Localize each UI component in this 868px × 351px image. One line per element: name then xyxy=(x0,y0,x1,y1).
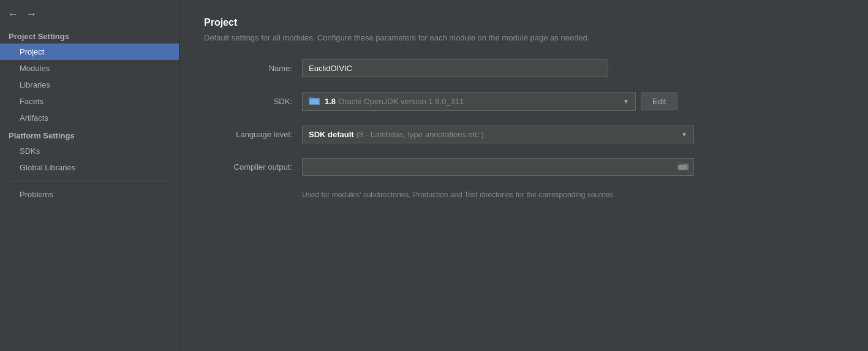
sidebar-item-label: Global Libraries xyxy=(20,163,75,172)
sidebar-item-label: SDKs xyxy=(20,146,40,156)
sidebar-divider xyxy=(9,181,170,181)
sidebar-item-label: Libraries xyxy=(20,80,50,89)
sidebar: ← → Project Settings Project Modules Lib… xyxy=(0,0,179,351)
sdk-version: 1.8 xyxy=(325,97,336,106)
compiler-row: Compiler output: xyxy=(204,158,843,176)
nav-arrows: ← → xyxy=(0,5,179,27)
page-description: Default settings for all modules. Config… xyxy=(204,33,843,42)
language-dropdown[interactable]: SDK default (8 - Lambdas, type annotatio… xyxy=(302,126,694,143)
sidebar-item-label: Artifacts xyxy=(20,113,48,123)
sidebar-item-problems[interactable]: Problems xyxy=(0,186,179,203)
main-content: Project Default settings for all modules… xyxy=(179,0,868,351)
language-control-wrap: SDK default (8 - Lambdas, type annotatio… xyxy=(302,126,843,143)
sidebar-item-facets[interactable]: Facets xyxy=(0,93,179,110)
language-row: Language level: SDK default (8 - Lambdas… xyxy=(204,126,843,143)
svg-rect-1 xyxy=(309,97,313,99)
sdk-control-wrap: 1.8 Oracle OpenJDK version 1.8.0_311 ▼ E… xyxy=(302,92,843,111)
compiler-input[interactable] xyxy=(303,159,673,175)
sidebar-item-project[interactable]: Project xyxy=(0,43,179,60)
forward-button[interactable]: → xyxy=(26,9,37,20)
sdk-folder-icon xyxy=(309,96,320,107)
sidebar-item-libraries[interactable]: Libraries xyxy=(0,77,179,93)
svg-rect-2 xyxy=(310,99,319,104)
platform-settings-header: Platform Settings xyxy=(0,126,179,143)
sidebar-item-global-libraries[interactable]: Global Libraries xyxy=(0,159,179,176)
svg-rect-5 xyxy=(679,165,687,170)
language-label: Language level: xyxy=(204,130,302,139)
sidebar-item-artifacts[interactable]: Artifacts xyxy=(0,110,179,126)
project-settings-header: Project Settings xyxy=(0,27,179,43)
compiler-input-wrap xyxy=(302,158,694,176)
page-title: Project xyxy=(204,17,843,28)
sidebar-item-label: Modules xyxy=(20,64,50,73)
name-input[interactable] xyxy=(302,59,608,77)
sdk-dropdown[interactable]: 1.8 Oracle OpenJDK version 1.8.0_311 ▼ xyxy=(302,92,636,111)
svg-rect-4 xyxy=(677,162,682,165)
language-dropdown-arrow: ▼ xyxy=(681,131,687,138)
sidebar-item-label: Problems xyxy=(20,190,53,199)
sdk-row: SDK: 1.8 Oracle OpenJDK version 1.8.0_31… xyxy=(204,92,843,111)
name-label: Name: xyxy=(204,64,302,73)
compiler-folder-button[interactable] xyxy=(673,159,693,175)
name-row: Name: xyxy=(204,59,843,77)
sidebar-item-label: Project xyxy=(20,47,44,56)
sidebar-item-label: Facets xyxy=(20,97,43,106)
compiler-hint: Used for modules' subdirectories, Produc… xyxy=(204,191,843,199)
sidebar-item-modules[interactable]: Modules xyxy=(0,60,179,77)
name-control-wrap xyxy=(302,59,843,77)
edit-button[interactable]: Edit xyxy=(641,92,677,110)
sdk-dropdown-arrow: ▼ xyxy=(623,98,629,105)
language-desc: (8 - Lambdas, type annotations etc.) xyxy=(357,130,676,139)
compiler-label: Compiler output: xyxy=(204,162,302,172)
sdk-label: SDK: xyxy=(204,97,302,106)
compiler-control-wrap xyxy=(302,158,843,176)
back-button[interactable]: ← xyxy=(7,9,18,20)
sidebar-item-sdks[interactable]: SDKs xyxy=(0,143,179,159)
sdk-full-text: Oracle OpenJDK version 1.8.0_311 xyxy=(338,97,618,106)
language-default: SDK default xyxy=(309,130,354,139)
